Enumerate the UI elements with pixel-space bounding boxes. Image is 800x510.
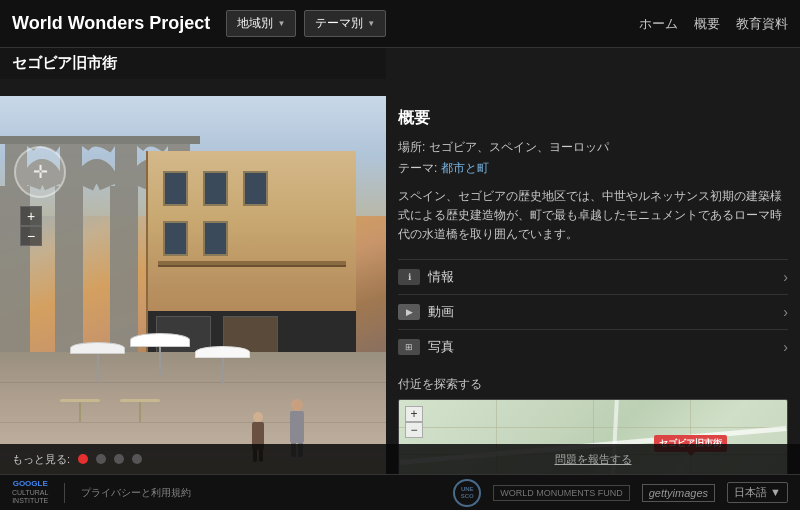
info-label: 情報 bbox=[428, 268, 454, 286]
about-link[interactable]: 概要 bbox=[694, 15, 720, 33]
region-label: 地域別 bbox=[237, 15, 273, 32]
location-info: 場所: セゴビア、スペイン、ヨーロッパ bbox=[398, 139, 788, 156]
video-row-left: ▶ 動画 bbox=[398, 303, 454, 321]
theme-link[interactable]: 都市と町 bbox=[441, 161, 489, 175]
zoom-in-button[interactable]: + bbox=[20, 206, 42, 226]
info-row-video[interactable]: ▶ 動画 › bbox=[398, 294, 788, 329]
info-icon: ℹ bbox=[398, 269, 420, 285]
zoom-controls: + − bbox=[20, 206, 42, 246]
more-label: もっと見る: bbox=[12, 452, 70, 467]
dot-1[interactable] bbox=[78, 454, 88, 464]
photos-row-left: ⊞ 写真 bbox=[398, 338, 454, 356]
description-text: スペイン、セゴビアの歴史地区では、中世やルネッサンス初期の建築様式による歴史建造… bbox=[398, 187, 788, 245]
photos-icon: ⊞ bbox=[398, 339, 420, 355]
dot-4[interactable] bbox=[132, 454, 142, 464]
wmf-logo: WORLD MONUMENTS FUND bbox=[493, 485, 630, 501]
svg-rect-6 bbox=[115, 136, 137, 191]
dot-2[interactable] bbox=[96, 454, 106, 464]
footer-divider-1 bbox=[64, 483, 65, 503]
site-title: World Wonders Project bbox=[12, 13, 210, 34]
theme-arrow-icon: ▼ bbox=[367, 19, 375, 28]
video-arrow-icon: › bbox=[783, 304, 788, 320]
google-ci-text: GOOGLE bbox=[12, 479, 48, 489]
footer-logos-right: UNESCO WORLD MONUMENTS FUND gettyimages … bbox=[453, 479, 788, 507]
svg-rect-8 bbox=[0, 136, 200, 144]
section-title: 概要 bbox=[398, 108, 788, 129]
map-section-title: 付近を探索する bbox=[398, 376, 788, 393]
report-link[interactable]: 問題を報告する bbox=[555, 452, 632, 467]
dot-3[interactable] bbox=[114, 454, 124, 464]
cultural-text: CULTURAL bbox=[12, 489, 48, 497]
report-bar: 問題を報告する bbox=[386, 444, 800, 474]
nav-compass[interactable]: ✛ bbox=[14, 146, 66, 198]
unesco-logo: UNESCO bbox=[453, 479, 481, 507]
umbrella-2 bbox=[130, 333, 190, 377]
umbrella-1 bbox=[70, 342, 125, 382]
location-label: 場所: bbox=[398, 140, 425, 154]
region-dropdown[interactable]: 地域別 ▼ bbox=[226, 10, 296, 37]
privacy-link[interactable]: プライバシーと利用規約 bbox=[81, 486, 191, 500]
header-nav: ホーム 概要 教育資料 bbox=[639, 15, 788, 33]
page-title: セゴビア旧市街 bbox=[12, 54, 117, 71]
theme-label: テーマ: bbox=[398, 161, 437, 175]
header: World Wonders Project 地域別 ▼ テーマ別 ▼ ホーム 概… bbox=[0, 0, 800, 48]
video-label: 動画 bbox=[428, 303, 454, 321]
institute-text: INSTITUTE bbox=[12, 497, 48, 505]
map-zoom-controls: + − bbox=[405, 406, 423, 438]
more-bar: もっと見る: bbox=[0, 444, 386, 474]
cafe-table-2 bbox=[120, 399, 160, 422]
language-selector[interactable]: 日本語 ▼ bbox=[727, 482, 788, 503]
map-zoom-in[interactable]: + bbox=[405, 406, 423, 422]
home-link[interactable]: ホーム bbox=[639, 15, 678, 33]
cafe-table-1 bbox=[60, 399, 100, 422]
education-link[interactable]: 教育資料 bbox=[736, 15, 788, 33]
location-value: セゴビア、スペイン、ヨーロッパ bbox=[429, 140, 609, 154]
info-row-photos[interactable]: ⊞ 写真 › bbox=[398, 329, 788, 364]
getty-logo: gettyimages bbox=[642, 484, 715, 502]
info-row-info[interactable]: ℹ 情報 › bbox=[398, 259, 788, 294]
info-arrow-icon: › bbox=[783, 269, 788, 285]
zoom-out-button[interactable]: − bbox=[20, 226, 42, 246]
footer: GOOGLE CULTURAL INSTITUTE プライバシーと利用規約 UN… bbox=[0, 474, 800, 510]
theme-dropdown[interactable]: テーマ別 ▼ bbox=[304, 10, 386, 37]
umbrella-3 bbox=[195, 346, 250, 384]
photos-label: 写真 bbox=[428, 338, 454, 356]
video-icon: ▶ bbox=[398, 304, 420, 320]
info-row-left: ℹ 情報 bbox=[398, 268, 454, 286]
theme-label: テーマ別 bbox=[315, 15, 363, 32]
page-title-bar: セゴビア旧市街 bbox=[0, 48, 386, 79]
map-zoom-out[interactable]: − bbox=[405, 422, 423, 438]
theme-info: テーマ: 都市と町 bbox=[398, 160, 788, 177]
region-arrow-icon: ▼ bbox=[277, 19, 285, 28]
cultural-institute-logo: GOOGLE CULTURAL INSTITUTE bbox=[12, 479, 48, 505]
photos-arrow-icon: › bbox=[783, 339, 788, 355]
